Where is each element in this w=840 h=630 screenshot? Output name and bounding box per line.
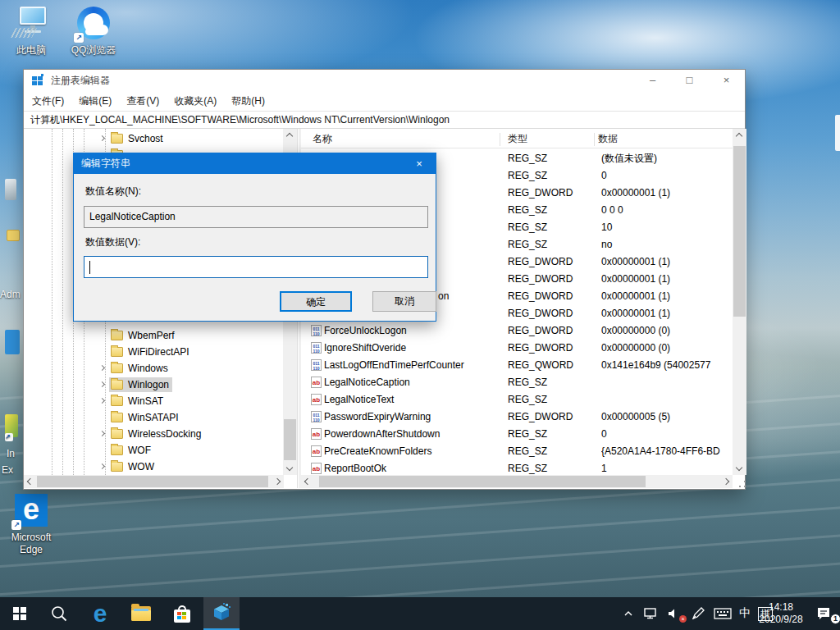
desktop-icon-this-pc[interactable]: 此电脑 bbox=[0, 7, 62, 57]
tray-expand-button[interactable] bbox=[619, 597, 638, 630]
table-row[interactable]: 011110PasswordExpiryWarningREG_DWORD0x00… bbox=[301, 409, 733, 426]
tree-item-svchost[interactable]: Svchost bbox=[24, 130, 297, 147]
tree-item-windows[interactable]: Windows bbox=[24, 360, 297, 377]
partial-icon-label: Adm bbox=[0, 289, 21, 300]
menu-item-4[interactable]: 帮助(H) bbox=[224, 91, 272, 111]
expand-chevron-icon[interactable] bbox=[99, 381, 105, 387]
tree-item-winlogon[interactable]: Winlogon bbox=[24, 377, 297, 393]
close-button[interactable]: × bbox=[708, 70, 745, 91]
dialog-titlebar[interactable]: 编辑字符串 bbox=[73, 153, 436, 174]
minimize-button[interactable]: – bbox=[634, 70, 671, 91]
tree-item-wirelessdocking[interactable]: WirelessDocking bbox=[24, 426, 297, 442]
value-data: {A520A1A4-1780-4FF6-BD bbox=[601, 443, 733, 460]
dialog-close-button[interactable]: × bbox=[403, 153, 436, 175]
table-row[interactable]: abPowerdownAfterShutdownREG_SZ0 bbox=[301, 426, 733, 443]
registry-app-icon bbox=[32, 74, 45, 87]
value-data: 0x00000001 (1) bbox=[601, 253, 733, 271]
value-name: LastLogOffEndTimePerfCounter bbox=[324, 357, 464, 374]
desktop-icon-microsoft-edge[interactable]: e ↗ Microsoft Edge bbox=[0, 494, 62, 556]
string-value-icon: ab bbox=[311, 445, 322, 457]
value-type: REG_DWORD bbox=[508, 305, 573, 322]
desktop-icon-label: QQ浏览器 bbox=[62, 44, 125, 57]
expand-chevron-icon[interactable] bbox=[99, 463, 105, 469]
list-horizontal-scrollbar[interactable] bbox=[301, 475, 733, 488]
ok-button[interactable]: 确定 bbox=[280, 291, 352, 312]
scrollbar-thumb[interactable] bbox=[37, 476, 268, 487]
table-row[interactable]: 011110ForceUnlockLogonREG_DWORD0x0000000… bbox=[301, 322, 733, 340]
table-row[interactable]: abLegalNoticeCaptionREG_SZ bbox=[301, 374, 733, 391]
expand-chevron-icon[interactable] bbox=[99, 365, 105, 371]
maximize-button[interactable]: □ bbox=[671, 70, 708, 91]
value-data: 0x00000001 (1) bbox=[601, 271, 733, 288]
value-data: 0x00000005 (5) bbox=[601, 409, 733, 426]
menu-item-3[interactable]: 收藏夹(A) bbox=[167, 91, 224, 111]
taskbar-edge-button[interactable]: e bbox=[82, 597, 118, 630]
partial-right-edge-icon bbox=[835, 115, 840, 151]
value-data-input[interactable] bbox=[84, 256, 428, 278]
tree-item-label: WbemPerf bbox=[128, 330, 175, 341]
tree-item-wof[interactable]: WOF bbox=[24, 442, 297, 459]
start-button[interactable] bbox=[2, 597, 38, 630]
tray-touch-keyboard-icon[interactable] bbox=[710, 597, 735, 630]
scrollbar-thumb[interactable] bbox=[284, 419, 296, 460]
taskbar-regedit-button[interactable] bbox=[203, 597, 240, 630]
tray-volume-icon[interactable]: × bbox=[663, 597, 684, 630]
expand-chevron-icon[interactable] bbox=[99, 135, 105, 141]
value-name: PowerdownAfterShutdown bbox=[324, 426, 440, 443]
folder-icon bbox=[111, 331, 123, 340]
list-vertical-scrollbar[interactable] bbox=[733, 129, 746, 475]
string-value-icon: ab bbox=[311, 463, 322, 474]
tree-item-wow[interactable]: WOW bbox=[24, 459, 297, 475]
value-type: REG_QWORD bbox=[508, 357, 573, 374]
scrollbar-thumb[interactable] bbox=[733, 146, 746, 317]
table-row[interactable]: 011110LastLogOffEndTimePerfCounterREG_QW… bbox=[301, 357, 733, 374]
taskbar-store-button[interactable] bbox=[164, 597, 200, 630]
scrollbar-thumb[interactable] bbox=[319, 476, 646, 487]
menu-item-2[interactable]: 查看(V) bbox=[119, 91, 167, 111]
expand-chevron-icon[interactable] bbox=[99, 431, 105, 436]
window-title: 注册表编辑器 bbox=[51, 70, 110, 91]
table-row[interactable]: abLegalNoticeTextREG_SZ bbox=[301, 391, 733, 409]
tree-item-winsatapi[interactable]: WinSATAPI bbox=[24, 409, 297, 426]
value-data: 10 bbox=[601, 219, 733, 236]
cancel-button[interactable]: 取消 bbox=[372, 291, 436, 312]
resize-grip[interactable] bbox=[739, 481, 746, 487]
shortcut-arrow-icon: ↗ bbox=[11, 520, 21, 530]
taskbar-explorer-button[interactable] bbox=[123, 597, 159, 630]
value-type: REG_DWORD bbox=[508, 409, 573, 426]
taskbar-clock[interactable]: 14:18 2020/9/28 bbox=[751, 597, 810, 630]
notification-icon bbox=[816, 606, 831, 621]
list-header: 名称 类型 数据 bbox=[301, 130, 733, 148]
tree-item-label: Windows bbox=[128, 363, 168, 374]
search-button[interactable] bbox=[41, 597, 77, 630]
folder-icon bbox=[111, 363, 123, 373]
partial-icon-label: In bbox=[7, 448, 15, 459]
notification-badge: 1 bbox=[830, 614, 840, 624]
tree-item-label: WOF bbox=[128, 445, 151, 456]
expand-chevron-icon[interactable] bbox=[99, 398, 105, 404]
column-header-name[interactable]: 名称 bbox=[313, 130, 332, 148]
desktop-icon-qq-browser[interactable]: ↗ QQ浏览器 bbox=[62, 7, 125, 57]
column-header-type[interactable]: 类型 bbox=[508, 130, 527, 148]
value-type: REG_DWORD bbox=[508, 288, 573, 305]
tray-network-icon[interactable] bbox=[640, 597, 661, 630]
window-titlebar[interactable]: 注册表编辑器 – □ × bbox=[24, 70, 745, 91]
speaker-muted-icon bbox=[667, 607, 680, 620]
column-header-data[interactable]: 数据 bbox=[598, 130, 618, 148]
action-center-button[interactable]: 1 bbox=[810, 597, 837, 630]
table-row[interactable]: 011110IgnoreShiftOverideREG_DWORD0x00000… bbox=[301, 340, 733, 357]
table-row[interactable]: abPreCreateKnownFoldersREG_SZ{A520A1A4-1… bbox=[301, 443, 733, 460]
search-icon bbox=[50, 605, 68, 623]
value-type: REG_DWORD bbox=[508, 271, 573, 288]
tree-item-label: WinSATAPI bbox=[128, 412, 179, 423]
tree-item-winsat[interactable]: WinSAT bbox=[24, 393, 297, 409]
address-bar[interactable]: 计算机\HKEY_LOCAL_MACHINE\SOFTWARE\Microsof… bbox=[24, 111, 745, 129]
tree-item-wifidirectapi[interactable]: WiFiDirectAPI bbox=[24, 344, 297, 360]
menu-item-0[interactable]: 文件(F) bbox=[25, 91, 71, 111]
tree-item-wbemperf[interactable]: WbemPerf bbox=[24, 327, 297, 344]
binary-value-icon: 011110 bbox=[311, 325, 322, 336]
tray-pen-icon[interactable] bbox=[687, 597, 709, 630]
edge-icon: e bbox=[94, 601, 107, 626]
tree-horizontal-scrollbar[interactable] bbox=[24, 475, 284, 488]
menu-item-1[interactable]: 编辑(E) bbox=[71, 91, 119, 111]
